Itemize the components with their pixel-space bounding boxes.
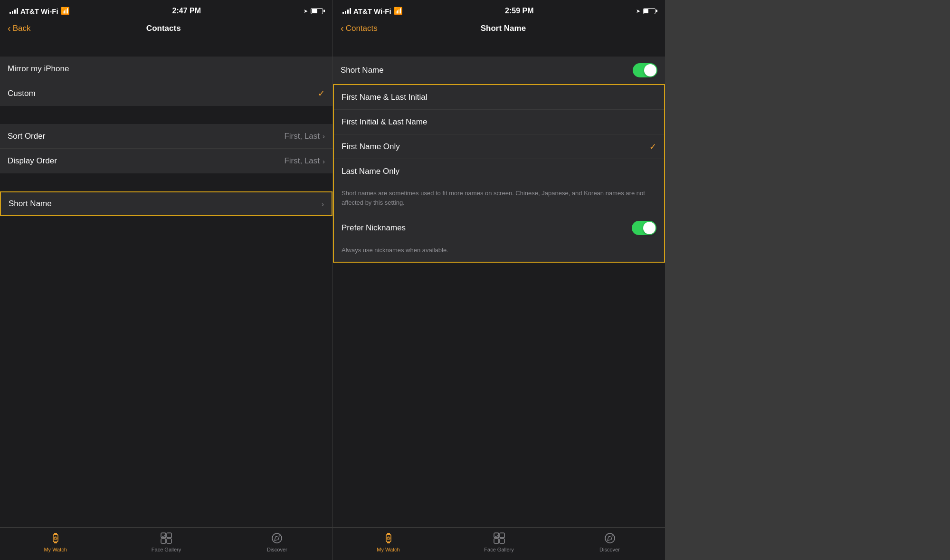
status-left-1: AT&T Wi-Fi 📶 [10, 7, 70, 15]
location-icon-1: ➤ [304, 8, 308, 14]
time-1: 2:47 PM [172, 7, 201, 15]
settings-group-order: Sort Order First, Last › Display Order F… [0, 124, 332, 173]
display-order-label: Display Order [8, 156, 284, 166]
short-name-label: Short Name [9, 199, 322, 209]
signal-bar [10, 12, 11, 14]
option-last-only[interactable]: Last Name Only [334, 159, 664, 184]
sort-order-value: First, Last [284, 132, 320, 141]
svg-rect-2 [54, 541, 57, 543]
svg-rect-20 [494, 539, 499, 543]
signal-bar [342, 12, 344, 14]
signal-bar [347, 9, 349, 14]
short-name-info: Short names are sometimes used to fit mo… [334, 184, 664, 214]
phone-1: AT&T Wi-Fi 📶 2:47 PM ➤ ‹ Back Contacts [0, 0, 332, 560]
battery-icon-1 [311, 8, 323, 14]
status-left-2: AT&T Wi-Fi 📶 [342, 7, 403, 15]
nav-bar-2: ‹ Contacts Short Name [333, 19, 665, 38]
face-gallery-icon-2 [493, 532, 506, 545]
nav-title-1: Contacts [30, 24, 296, 33]
settings-group-shortname: Short Name › [0, 191, 332, 216]
back-chevron-1: ‹ [8, 23, 11, 34]
tab-discover-label-2: Discover [599, 547, 620, 552]
tab-discover-label-1: Discover [267, 547, 287, 552]
signal-bar [350, 8, 351, 14]
prefer-nickname-toggle[interactable] [632, 221, 656, 235]
svg-marker-11 [275, 536, 279, 541]
options-highlighted-section: First Name & Last Initial First Initial … [333, 84, 665, 263]
short-name-options: First Name & Last Initial First Initial … [334, 85, 664, 214]
top-spacer-1 [0, 38, 332, 57]
tab-my-watch-label-2: My Watch [377, 547, 400, 552]
custom-row[interactable]: Custom ✓ [0, 81, 332, 106]
option-last-only-label: Last Name Only [342, 167, 656, 176]
back-label-2: Contacts [346, 24, 378, 33]
svg-rect-1 [54, 533, 57, 535]
discover-icon-1 [270, 532, 284, 545]
tab-discover-1[interactable]: Discover [222, 532, 332, 552]
custom-label: Custom [8, 89, 318, 98]
option-first-last-initial[interactable]: First Name & Last Initial [334, 85, 664, 110]
carrier-1: AT&T Wi-Fi [20, 7, 58, 15]
status-bar-1: AT&T Wi-Fi 📶 2:47 PM ➤ [0, 0, 332, 19]
display-order-row[interactable]: Display Order First, Last › [0, 149, 332, 173]
watch-icon-2 [382, 532, 395, 545]
back-button-2[interactable]: ‹ Contacts [341, 23, 378, 34]
option-first-initial-last[interactable]: First Initial & Last Name [334, 110, 664, 134]
top-spacer-2 [333, 38, 665, 57]
wifi-icon-1: 📶 [61, 7, 70, 15]
tab-my-watch-1[interactable]: My Watch [0, 532, 111, 552]
signal-bar [12, 11, 13, 14]
nav-bar-1: ‹ Back Contacts [0, 19, 332, 38]
tab-face-gallery-1[interactable]: Face Gallery [111, 532, 221, 552]
time-2: 2:59 PM [505, 7, 533, 15]
tab-bar-1: My Watch Face Gallery [0, 527, 332, 560]
section-gap-1 [0, 106, 332, 124]
content-1: Mirror my iPhone Custom ✓ Sort Order Fir… [0, 38, 332, 527]
tab-discover-2[interactable]: Discover [554, 532, 665, 552]
short-name-toggle-row: Short Name [333, 57, 665, 84]
location-icon-2: ➤ [636, 8, 640, 14]
phones-container: AT&T Wi-Fi 📶 2:47 PM ➤ ‹ Back Contacts [0, 0, 950, 560]
prefer-nickname-label: Prefer Nicknames [342, 223, 632, 233]
back-button-1[interactable]: ‹ Back [8, 23, 30, 34]
sort-order-row[interactable]: Sort Order First, Last › [0, 124, 332, 149]
custom-check: ✓ [318, 88, 325, 99]
svg-rect-19 [500, 533, 504, 538]
battery-fill-2 [644, 9, 648, 13]
sort-order-label: Sort Order [8, 132, 284, 141]
short-name-toggle-section: Short Name [333, 57, 665, 84]
battery-icon-2 [643, 8, 656, 14]
svg-rect-9 [167, 539, 171, 543]
status-right-1: ➤ [304, 8, 323, 14]
face-gallery-icon-1 [160, 532, 173, 545]
short-name-row[interactable]: Short Name › [0, 191, 332, 216]
svg-rect-8 [161, 539, 166, 543]
option-first-only-label: First Name Only [342, 142, 649, 152]
battery-fill-1 [312, 9, 317, 13]
nav-title-2: Short Name [378, 24, 629, 33]
prefer-nickname-row: Prefer Nicknames [334, 214, 664, 242]
mirror-label: Mirror my iPhone [8, 64, 325, 74]
svg-point-22 [605, 533, 615, 543]
nickname-info: Always use nicknames when available. [334, 242, 664, 262]
option-first-initial-last-label: First Initial & Last Name [342, 117, 656, 127]
status-bar-2: AT&T Wi-Fi 📶 2:59 PM ➤ [333, 0, 665, 19]
short-name-toggle[interactable] [633, 63, 657, 77]
back-chevron-2: ‹ [341, 23, 344, 34]
option-first-only[interactable]: First Name Only ✓ [334, 134, 664, 159]
svg-rect-14 [387, 541, 390, 543]
display-order-value: First, Last [284, 156, 320, 166]
status-right-2: ➤ [636, 8, 656, 14]
mirror-row[interactable]: Mirror my iPhone [0, 57, 332, 81]
signal-bars-2 [342, 8, 351, 14]
short-name-chevron: › [322, 200, 324, 208]
signal-bar [14, 9, 16, 14]
signal-bars-1 [10, 8, 18, 14]
sort-order-chevron: › [323, 132, 325, 140]
tab-bar-2: My Watch Face Gallery [333, 527, 665, 560]
tab-my-watch-2[interactable]: My Watch [333, 532, 444, 552]
svg-rect-21 [500, 539, 504, 543]
tab-face-gallery-2[interactable]: Face Gallery [444, 532, 554, 552]
side-spacer [665, 0, 950, 560]
carrier-2: AT&T Wi-Fi [353, 7, 391, 15]
